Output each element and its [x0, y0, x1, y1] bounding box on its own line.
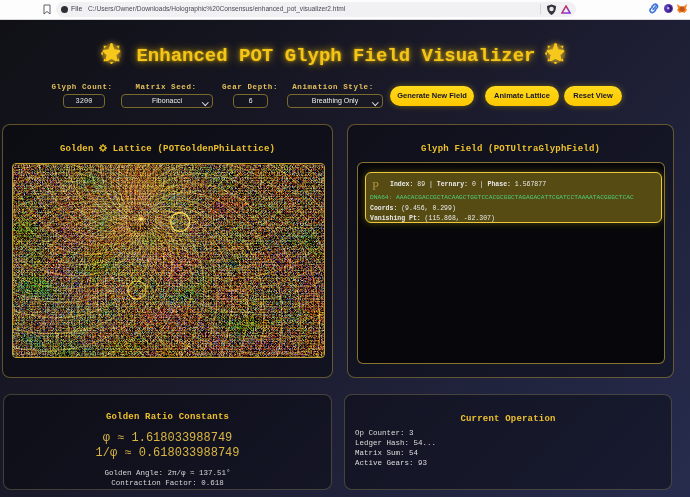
svg-text:B: B	[173, 220, 176, 225]
svg-text:B: B	[52, 248, 55, 253]
svg-text:8: 8	[319, 172, 322, 177]
svg-text:R: R	[20, 251, 23, 256]
svg-text:8: 8	[136, 348, 139, 353]
svg-text:S: S	[118, 181, 121, 186]
svg-text:R: R	[154, 228, 157, 233]
svg-text:1: 1	[81, 208, 84, 213]
svg-text:1: 1	[288, 293, 291, 298]
svg-text:Y: Y	[234, 288, 237, 293]
svg-text:R: R	[127, 176, 130, 181]
svg-text:R: R	[177, 192, 180, 197]
svg-text:8: 8	[169, 321, 172, 326]
svg-text:1: 1	[116, 207, 119, 212]
svg-text:S: S	[71, 332, 74, 337]
svg-text:4: 4	[16, 233, 19, 238]
svg-text:S: S	[195, 239, 198, 244]
svg-text:B: B	[80, 222, 83, 227]
svg-text:0: 0	[253, 252, 256, 257]
svg-text:0: 0	[21, 269, 24, 274]
svg-text:Y: Y	[78, 248, 81, 253]
svg-text:0: 0	[241, 239, 244, 244]
svg-text:R: R	[188, 343, 191, 348]
svg-text:7: 7	[34, 296, 37, 301]
svg-text:S: S	[36, 183, 39, 188]
svg-text:S: S	[169, 166, 172, 171]
svg-text:1: 1	[96, 301, 99, 306]
svg-text:1: 1	[94, 270, 97, 275]
svg-text:R: R	[161, 341, 164, 346]
svg-text:R: R	[161, 294, 164, 299]
svg-text:7: 7	[157, 288, 160, 293]
svg-text:8: 8	[66, 187, 69, 192]
svg-text:0: 0	[160, 187, 163, 192]
svg-text:4: 4	[284, 238, 287, 243]
svg-text:E: E	[42, 342, 45, 347]
svg-text:8: 8	[316, 279, 319, 284]
svg-text:4: 4	[55, 335, 58, 340]
svg-text:1: 1	[97, 204, 100, 209]
svg-text:1: 1	[34, 176, 37, 181]
svg-text:B: B	[106, 285, 109, 290]
svg-text:E: E	[147, 258, 150, 263]
svg-text:S: S	[90, 346, 93, 351]
svg-text:Y: Y	[41, 195, 44, 200]
svg-text:S: S	[170, 261, 173, 266]
svg-text:S: S	[93, 304, 96, 309]
svg-text:B: B	[163, 181, 166, 186]
svg-text:B: B	[158, 305, 161, 310]
svg-text:S: S	[79, 235, 82, 240]
svg-text:Y: Y	[71, 218, 74, 223]
svg-text:4: 4	[172, 196, 175, 201]
svg-text:Y: Y	[194, 264, 197, 269]
svg-text:1: 1	[250, 280, 253, 285]
svg-text:1: 1	[148, 328, 151, 333]
svg-text:S: S	[19, 282, 22, 287]
svg-text:1: 1	[127, 196, 130, 201]
svg-text:Y: Y	[245, 254, 248, 259]
svg-text:1: 1	[285, 176, 288, 181]
svg-text:S: S	[319, 268, 322, 273]
svg-text:0: 0	[73, 254, 76, 259]
svg-text:B: B	[163, 256, 166, 261]
svg-text:0: 0	[318, 313, 321, 318]
svg-text:B: B	[156, 323, 159, 328]
svg-text:4: 4	[168, 308, 171, 313]
svg-text:B: B	[85, 329, 88, 334]
svg-text:S: S	[283, 301, 286, 306]
svg-text:E: E	[222, 342, 225, 347]
svg-text:R: R	[259, 305, 262, 310]
svg-text:8: 8	[114, 193, 117, 198]
svg-text:R: R	[143, 210, 146, 215]
svg-text:4: 4	[139, 244, 142, 249]
svg-text:7: 7	[61, 191, 64, 196]
svg-text:R: R	[241, 250, 244, 255]
svg-text:1: 1	[205, 173, 208, 178]
svg-text:Y: Y	[102, 281, 105, 286]
svg-text:R: R	[27, 290, 30, 295]
svg-text:7: 7	[111, 295, 114, 300]
svg-text:Y: Y	[171, 328, 174, 333]
svg-text:Y: Y	[253, 216, 256, 221]
svg-text:Y: Y	[318, 321, 321, 326]
svg-text:E: E	[142, 232, 145, 237]
svg-text:4: 4	[210, 241, 213, 246]
svg-text:R: R	[219, 236, 222, 241]
svg-text:B: B	[70, 311, 73, 316]
svg-text:R: R	[264, 262, 267, 267]
svg-text:0: 0	[104, 262, 107, 267]
svg-text:B: B	[170, 270, 173, 275]
svg-text:0: 0	[89, 220, 92, 225]
svg-text:R: R	[241, 207, 244, 212]
svg-text:1: 1	[70, 274, 73, 279]
svg-text:E: E	[183, 330, 186, 335]
svg-text:R: R	[115, 262, 118, 267]
svg-text:1: 1	[260, 181, 263, 186]
svg-text:E: E	[210, 344, 213, 349]
svg-text:8: 8	[47, 284, 50, 289]
svg-text:1: 1	[69, 208, 72, 213]
svg-text:R: R	[288, 282, 291, 287]
svg-text:1: 1	[207, 282, 210, 287]
svg-text:0: 0	[176, 304, 179, 309]
svg-text:7: 7	[143, 266, 146, 271]
svg-text:7: 7	[150, 186, 153, 191]
